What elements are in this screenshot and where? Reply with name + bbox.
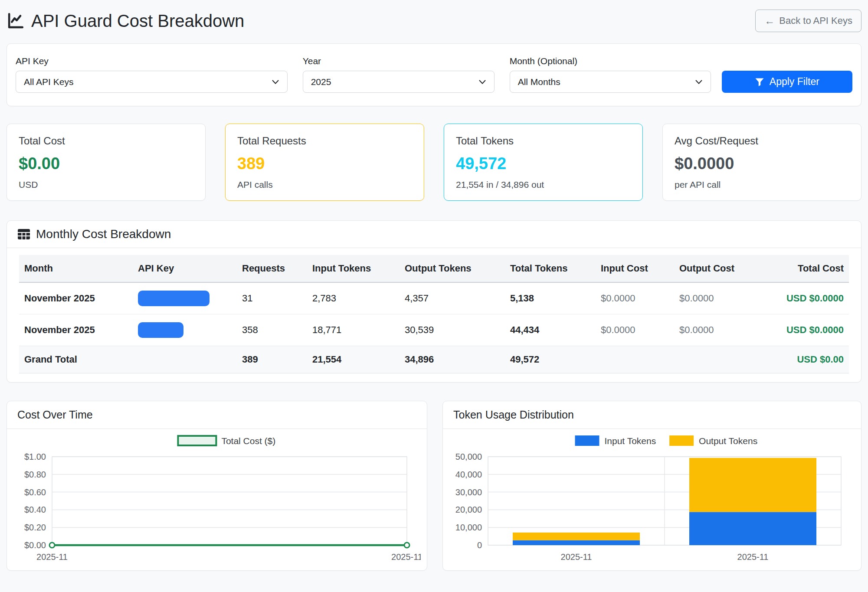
svg-text:$0.80: $0.80 xyxy=(24,470,46,479)
svg-text:2025-11: 2025-11 xyxy=(36,552,68,562)
masked-api-key-pill xyxy=(138,291,210,306)
svg-text:$0.60: $0.60 xyxy=(24,487,46,497)
col-output-tokens: Output Tokens xyxy=(400,255,505,282)
svg-text:50,000: 50,000 xyxy=(455,452,482,461)
cost-over-time-chart[interactable]: $0.00$0.20$0.40$0.60$0.80$1.002025-11202… xyxy=(13,432,421,570)
grand-total-requests: 389 xyxy=(237,346,307,373)
svg-text:2025-11: 2025-11 xyxy=(737,552,769,562)
back-arrow-icon: ← xyxy=(764,16,775,26)
col-requests: Requests xyxy=(237,255,307,282)
col-total-cost: Total Cost xyxy=(757,255,849,282)
cost-over-time-body: $0.00$0.20$0.40$0.60$0.80$1.002025-11202… xyxy=(7,429,427,570)
svg-text:Input Tokens: Input Tokens xyxy=(605,436,656,446)
api-key-select-value: All API Keys xyxy=(24,77,73,87)
cost-over-time-card: Cost Over Time $0.00$0.20$0.40$0.60$0.80… xyxy=(7,401,427,571)
stat-subtext: USD xyxy=(19,180,193,190)
stat-label: Total Requests xyxy=(237,135,412,147)
stat-card-total-tokens: Total Tokens 49,572 21,554 in / 34,896 o… xyxy=(444,124,643,201)
svg-text:$0.00: $0.00 xyxy=(24,540,46,550)
total-tokens-cell: 5,138 xyxy=(505,282,596,314)
month-cell: November 2025 xyxy=(19,314,133,346)
output-tokens-cell: 4,357 xyxy=(400,282,505,314)
output-tokens-cell: 30,539 xyxy=(400,314,505,346)
grand-total-input-tokens: 21,554 xyxy=(307,346,400,373)
svg-text:Output Tokens: Output Tokens xyxy=(699,436,757,446)
col-input-cost: Input Cost xyxy=(596,255,674,282)
apply-filter-button[interactable]: Apply Filter xyxy=(722,71,852,93)
chevron-down-icon xyxy=(272,79,279,85)
token-usage-title: Token Usage Distribution xyxy=(443,401,861,429)
grand-total-input-cost xyxy=(596,346,674,373)
month-filter-group: Month (Optional) All Months xyxy=(510,56,711,93)
table-icon xyxy=(17,229,30,240)
total-cost-cell: USD $0.0000 xyxy=(757,314,849,346)
token-usage-chart[interactable]: 010,00020,00030,00040,00050,0002025-1120… xyxy=(449,432,855,570)
col-output-cost: Output Cost xyxy=(674,255,757,282)
masked-api-key-pill xyxy=(138,322,183,338)
grand-total-output-tokens: 34,896 xyxy=(400,346,505,373)
requests-cell: 358 xyxy=(237,314,307,346)
stat-value: $0.0000 xyxy=(675,154,849,173)
stat-subtext: 21,554 in / 34,896 out xyxy=(456,180,631,190)
input-cost-cell: $0.0000 xyxy=(596,282,674,314)
monthly-breakdown-header: Monthly Cost Breakdown xyxy=(7,221,861,248)
stat-subtext: per API call xyxy=(675,180,849,190)
svg-text:$0.20: $0.20 xyxy=(24,523,46,532)
month-label: Month (Optional) xyxy=(510,56,711,66)
stat-value: 389 xyxy=(237,154,412,173)
token-usage-card: Token Usage Distribution 010,00020,00030… xyxy=(442,401,861,571)
stat-label: Total Cost xyxy=(19,135,193,147)
api-key-label: API Key xyxy=(16,56,288,66)
cost-over-time-title: Cost Over Time xyxy=(7,401,427,429)
col-month: Month xyxy=(19,255,133,282)
col-total-tokens: Total Tokens xyxy=(505,255,596,282)
col-api-key: API Key xyxy=(133,255,237,282)
svg-text:$1.00: $1.00 xyxy=(24,452,46,461)
grand-total-api-key xyxy=(133,346,237,373)
api-key-select[interactable]: All API Keys xyxy=(16,71,288,93)
month-select-value: All Months xyxy=(518,77,560,87)
api-key-cell xyxy=(133,282,237,314)
filter-funnel-icon xyxy=(755,77,764,87)
monthly-breakdown-body: Month API Key Requests Input Tokens Outp… xyxy=(7,248,861,382)
svg-text:2025-11: 2025-11 xyxy=(391,552,421,562)
input-tokens-cell: 2,783 xyxy=(307,282,400,314)
svg-text:Total Cost ($): Total Cost ($) xyxy=(221,436,275,446)
stat-subtext: API calls xyxy=(237,180,412,190)
stat-label: Total Tokens xyxy=(456,135,631,147)
month-select[interactable]: All Months xyxy=(510,71,711,93)
api-key-cell xyxy=(133,314,237,346)
col-input-tokens: Input Tokens xyxy=(307,255,400,282)
page-title: API Guard Cost Breakdown xyxy=(31,11,244,31)
charts-row: Cost Over Time $0.00$0.20$0.40$0.60$0.80… xyxy=(7,401,861,571)
table-row: November 2025 358 18,771 30,539 44,434 $… xyxy=(19,314,849,346)
year-select-value: 2025 xyxy=(311,77,331,87)
grand-total-cost: USD $0.00 xyxy=(757,346,849,373)
monthly-cost-table: Month API Key Requests Input Tokens Outp… xyxy=(19,255,849,373)
input-cost-cell: $0.0000 xyxy=(596,314,674,346)
total-tokens-cell: 44,434 xyxy=(505,314,596,346)
token-usage-body: 010,00020,00030,00040,00050,0002025-1120… xyxy=(443,429,861,570)
requests-cell: 31 xyxy=(237,282,307,314)
filter-bar: API Key All API Keys Year 2025 Month (Op… xyxy=(7,43,861,106)
svg-text:$0.40: $0.40 xyxy=(24,505,46,514)
year-filter-group: Year 2025 xyxy=(303,56,495,93)
svg-text:20,000: 20,000 xyxy=(455,505,482,514)
stat-card-total-requests: Total Requests 389 API calls xyxy=(225,124,424,201)
stat-value: 49,572 xyxy=(456,154,631,173)
grand-total-row: Grand Total 389 21,554 34,896 49,572 USD… xyxy=(19,346,849,373)
grand-total-total-tokens: 49,572 xyxy=(505,346,596,373)
year-select[interactable]: 2025 xyxy=(303,71,495,93)
page-header: API Guard Cost Breakdown ← Back to API K… xyxy=(7,0,861,32)
stat-card-total-cost: Total Cost $0.00 USD xyxy=(7,124,206,201)
stat-value: $0.00 xyxy=(19,154,193,173)
output-cost-cell: $0.0000 xyxy=(674,314,757,346)
chevron-down-icon xyxy=(478,79,486,85)
svg-text:30,000: 30,000 xyxy=(455,487,482,497)
dashboard-page: API Guard Cost Breakdown ← Back to API K… xyxy=(0,0,868,571)
stat-card-avg-cost: Avg Cost/Request $0.0000 per API call xyxy=(662,124,861,201)
back-to-api-keys-button[interactable]: ← Back to API Keys xyxy=(755,10,861,32)
page-title-wrap: API Guard Cost Breakdown xyxy=(7,11,244,31)
grand-total-label: Grand Total xyxy=(19,346,133,373)
grand-total-output-cost xyxy=(674,346,757,373)
